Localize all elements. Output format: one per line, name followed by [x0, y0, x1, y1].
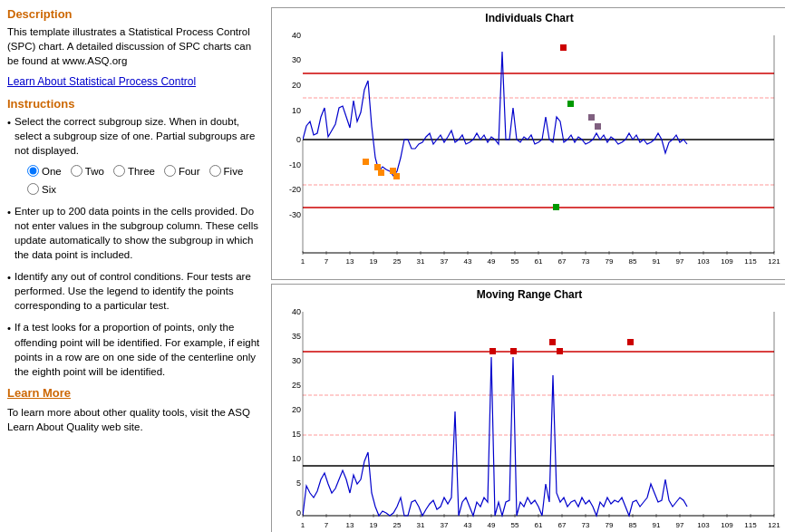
ooc-point-5: [393, 173, 400, 179]
svg-text:121: 121: [768, 521, 780, 529]
svg-text:103: 103: [697, 521, 710, 529]
ooc-green-2: [567, 101, 574, 107]
radio-one[interactable]: One: [27, 164, 62, 179]
ooc-green-1: [553, 204, 559, 210]
ooc-point-1: [363, 159, 369, 165]
ooc-red-1: [560, 44, 567, 51]
svg-text:20: 20: [292, 405, 301, 414]
svg-text:85: 85: [629, 257, 637, 266]
left-panel: Description This template illustrates a …: [7, 7, 264, 532]
svg-text:1: 1: [301, 257, 305, 266]
mr-red-5: [627, 339, 634, 345]
bullet-3: •: [7, 270, 11, 285]
radio-two[interactable]: Two: [71, 164, 104, 179]
svg-text:13: 13: [346, 521, 354, 529]
mr-x-ticks: [303, 514, 774, 517]
instruction-3: • Identify any out of control conditions…: [7, 269, 264, 313]
svg-text:43: 43: [464, 521, 472, 529]
individuals-chart-svg: 40 30 20 10 0 -10 -20 -30: [276, 26, 783, 276]
mr-red-4: [557, 348, 563, 354]
svg-text:31: 31: [417, 521, 425, 529]
svg-text:91: 91: [653, 521, 661, 529]
svg-text:30: 30: [292, 55, 301, 64]
radio-four[interactable]: Four: [164, 164, 200, 179]
instruction-3-text: Identify any out of control conditions. …: [15, 269, 264, 313]
svg-text:37: 37: [441, 521, 449, 529]
svg-text:13: 13: [346, 257, 354, 266]
instruction-4-text: If a test looks for a proportion of poin…: [15, 320, 264, 378]
radio-three[interactable]: Three: [113, 164, 155, 179]
bullet-1: •: [7, 115, 11, 130]
svg-text:19: 19: [370, 257, 378, 266]
svg-text:55: 55: [511, 257, 519, 266]
svg-text:91: 91: [653, 257, 661, 266]
radio-five[interactable]: Five: [209, 164, 244, 179]
ooc-purple-1: [588, 114, 595, 121]
svg-text:7: 7: [325, 521, 329, 529]
ooc-point-4: [390, 168, 396, 174]
moving-range-svg: 40 35 30 25 20 15 10 5 0: [276, 303, 783, 532]
svg-text:61: 61: [535, 257, 543, 266]
radio-six[interactable]: Six: [27, 182, 56, 197]
spc-link[interactable]: Learn About Statistical Process Control: [7, 75, 264, 88]
svg-text:97: 97: [676, 257, 684, 266]
svg-text:10: 10: [292, 454, 301, 463]
svg-text:37: 37: [441, 257, 449, 266]
x-axis-labels: 1 7 13 19 25 31 37 43 49 55 61 67 73 79 …: [301, 257, 780, 266]
mr-red-1: [489, 348, 496, 354]
svg-text:115: 115: [744, 521, 757, 529]
mr-x-labels: 1 7 13 19 25 31 37 43 49 55 61 67 73 79 …: [301, 521, 780, 529]
svg-text:40: 40: [292, 31, 301, 40]
mr-red-3: [549, 339, 556, 345]
ooc-purple-2: [595, 123, 601, 130]
svg-text:40: 40: [292, 307, 301, 316]
description-text: This template illustrates a Statistical …: [7, 24, 264, 68]
right-panel: Individuals Chart 40 30 20 10 0 -10 -20 …: [271, 7, 785, 532]
svg-text:43: 43: [464, 257, 472, 266]
instruction-4: • If a test looks for a proportion of po…: [7, 320, 264, 378]
instruction-1-text: Select the correct subgroup size. When i…: [15, 116, 255, 156]
svg-text:25: 25: [292, 381, 301, 390]
svg-text:97: 97: [676, 521, 684, 529]
svg-text:61: 61: [535, 521, 543, 529]
moving-range-title: Moving Range Chart: [276, 288, 783, 301]
svg-text:1: 1: [301, 521, 305, 529]
svg-text:121: 121: [768, 257, 780, 266]
instruction-1: • Select the correct subgroup size. When…: [7, 114, 264, 196]
svg-text:79: 79: [606, 257, 614, 266]
svg-text:20: 20: [292, 81, 301, 90]
svg-text:67: 67: [558, 521, 567, 529]
ooc-point-3: [378, 169, 384, 176]
svg-text:49: 49: [488, 257, 496, 266]
svg-text:-10: -10: [289, 160, 301, 169]
svg-text:19: 19: [370, 521, 378, 529]
svg-text:103: 103: [697, 257, 710, 266]
learn-more-text: To learn more about other quality tools,…: [7, 405, 264, 434]
bullet-2: •: [7, 205, 11, 219]
instructions-list: • Select the correct subgroup size. When…: [7, 114, 264, 379]
individuals-chart-title: Individuals Chart: [276, 12, 783, 24]
instruction-2: • Enter up to 200 data points in the cel…: [7, 204, 264, 262]
svg-text:31: 31: [417, 257, 425, 266]
svg-text:30: 30: [292, 356, 301, 365]
svg-text:67: 67: [558, 257, 567, 266]
subgroup-radio-group[interactable]: One Two Three Four Five Six: [27, 164, 264, 197]
x-ticks: [303, 251, 774, 255]
svg-text:5: 5: [296, 479, 301, 488]
svg-text:55: 55: [511, 521, 519, 529]
learn-more-title[interactable]: Learn More: [7, 386, 264, 400]
svg-rect-54: [303, 307, 774, 520]
instructions-title: Instructions: [7, 97, 264, 111]
svg-text:-30: -30: [289, 210, 301, 219]
svg-text:73: 73: [582, 257, 590, 266]
svg-text:0: 0: [296, 135, 301, 144]
svg-text:-20: -20: [289, 185, 301, 194]
bullet-4: •: [7, 321, 11, 335]
svg-text:15: 15: [292, 430, 301, 439]
svg-text:115: 115: [744, 257, 757, 266]
svg-text:109: 109: [721, 521, 733, 529]
svg-text:10: 10: [292, 106, 301, 115]
svg-text:79: 79: [606, 521, 614, 529]
individuals-chart: Individuals Chart 40 30 20 10 0 -10 -20 …: [271, 7, 785, 280]
svg-text:49: 49: [488, 521, 496, 529]
